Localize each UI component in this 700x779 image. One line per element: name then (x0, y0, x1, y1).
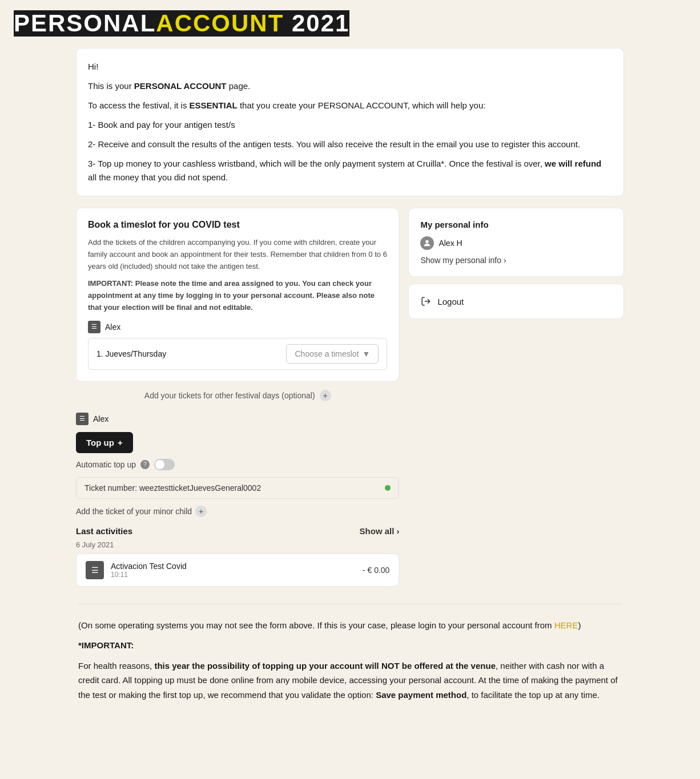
book-timeslot-title: Book a timeslot for you COVID test (88, 220, 387, 230)
intro-item2: 2- Receive and consult the results of th… (88, 138, 612, 151)
day-label: 1. Jueves/Thursday (96, 349, 166, 358)
timeslot-row: 1. Jueves/Thursday Choose a timeslot ▼ (88, 338, 387, 370)
plus-icon: + (118, 438, 123, 447)
add-tickets-label: Add your tickets for other festival days… (144, 391, 315, 400)
site-logo: PERSONALACCOUNT 2021 (14, 10, 349, 37)
intro-item1: 1- Book and pay for your antigen test/s (88, 118, 612, 132)
user-avatar (420, 236, 434, 250)
activity-date: 6 July 2021 (76, 540, 399, 549)
activity-item: ☰ Activacion Test Covid 10:11 - € 0.00 (76, 554, 399, 587)
greeting: Hi! (88, 60, 612, 74)
ticket-number-text: Ticket number: weeztestticketJuevesGener… (85, 483, 261, 493)
dropdown-icon: ▼ (363, 349, 371, 358)
topup-person-name: Alex (93, 414, 108, 423)
bottom-section: (On some operating systems you may not s… (76, 604, 624, 703)
activity-time: 10:11 (111, 571, 356, 579)
book-timeslot-card: Book a timeslot for you COVID test Add t… (76, 208, 399, 382)
svg-point-0 (426, 240, 429, 243)
chevron-right-icon: › (396, 526, 399, 536)
personal-info-title: My personal info (420, 220, 612, 229)
two-col-layout: Book a timeslot for you COVID test Add t… (76, 208, 624, 587)
user-row: Alex H (420, 236, 612, 250)
header: PERSONALACCOUNT 2021 (0, 0, 700, 42)
main-container: Hi! This is your PERSONAL ACCOUNT page. … (65, 48, 635, 730)
here-link[interactable]: HERE (554, 620, 578, 630)
intro-line1: This is your PERSONAL ACCOUNT page. (88, 79, 612, 93)
intro-box: Hi! This is your PERSONAL ACCOUNT page. … (76, 48, 624, 196)
auto-topup-toggle[interactable] (154, 459, 175, 470)
topup-person-icon: ☰ (76, 413, 88, 425)
auto-topup-row: Automatic top up ? (76, 459, 399, 470)
add-minor-child-row[interactable]: Add the ticket of your minor child + (76, 506, 399, 517)
book-timeslot-important: IMPORTANT: Please note the time and area… (88, 278, 387, 313)
right-column: My personal info Alex H Show my personal… (408, 208, 624, 319)
activity-amount: - € 0.00 (363, 566, 389, 575)
left-column: Book a timeslot for you COVID test Add t… (76, 208, 399, 587)
person-name: Alex (105, 322, 120, 332)
show-all-link[interactable]: Show all › (360, 526, 400, 536)
logout-icon (420, 296, 432, 307)
add-minor-plus-icon: + (195, 506, 207, 517)
activity-info: Activacion Test Covid 10:11 (111, 562, 356, 579)
topup-button[interactable]: Top up + (76, 432, 133, 453)
last-activities-header: Last activities Show all › (76, 526, 399, 536)
add-tickets-row[interactable]: Add your tickets for other festival days… (76, 382, 399, 406)
important-body: For health reasons, this year the possib… (78, 659, 622, 703)
user-name: Alex H (438, 239, 462, 248)
auto-topup-label: Automatic top up (76, 460, 136, 469)
personal-info-card: My personal info Alex H Show my personal… (408, 208, 624, 277)
divider (78, 604, 622, 604)
active-indicator (385, 485, 391, 491)
logout-card[interactable]: Logout (408, 284, 624, 319)
intro-line2: To access the festival, it is ESSENTIAL … (88, 99, 612, 112)
important-title: *IMPORTANT: (78, 638, 622, 653)
activity-type-icon: ☰ (86, 561, 104, 579)
ticket-number-field: Ticket number: weeztestticketJuevesGener… (76, 477, 399, 499)
topup-person-row: ☰ Alex (76, 413, 399, 425)
person-row: ☰ Alex (88, 321, 387, 333)
chevron-right-icon: › (504, 256, 506, 265)
topup-section: ☰ Alex Top up + Automatic top up ? Ticke… (76, 413, 399, 587)
intro-item3: 3- Top up money to your cashless wristba… (88, 157, 612, 184)
book-timeslot-desc: Add the tickets of the children accompan… (88, 237, 387, 272)
logout-label: Logout (437, 297, 464, 306)
choose-timeslot-button[interactable]: Choose a timeslot ▼ (286, 344, 379, 364)
last-activities-title: Last activities (76, 526, 132, 536)
activity-name: Activacion Test Covid (111, 562, 356, 571)
person-icon: ☰ (88, 321, 100, 333)
help-icon[interactable]: ? (140, 460, 150, 469)
show-personal-info-link[interactable]: Show my personal info › (420, 256, 612, 265)
add-minor-label: Add the ticket of your minor child (76, 507, 192, 516)
bottom-note: (On some operating systems you may not s… (78, 618, 622, 633)
add-tickets-plus-icon: + (320, 390, 331, 401)
